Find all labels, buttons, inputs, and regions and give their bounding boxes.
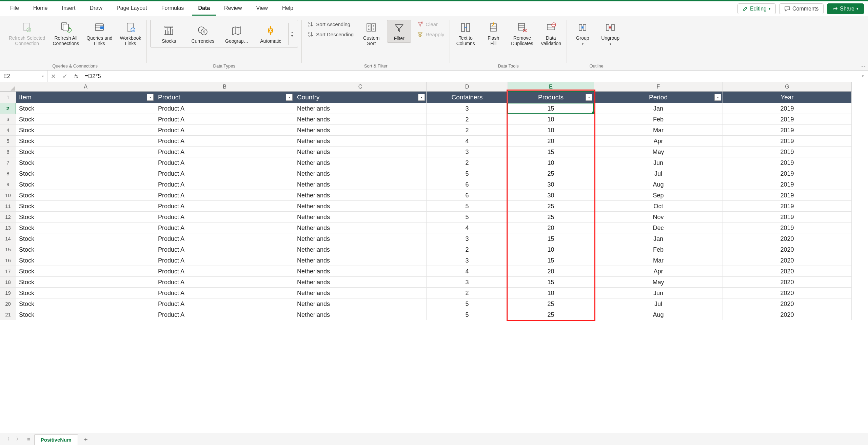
cell-A5[interactable]: Stock — [16, 136, 155, 147]
cell-G20[interactable]: 2020 — [723, 298, 852, 309]
cell-C16[interactable]: Netherlands — [294, 255, 427, 266]
cell-D20[interactable]: 5 — [427, 298, 508, 309]
cell-A2[interactable]: Stock — [16, 103, 155, 114]
cell-A3[interactable]: Stock — [16, 114, 155, 125]
cell-E18[interactable]: 15 — [508, 277, 594, 288]
filter-dropdown-E[interactable]: ▾ — [586, 94, 592, 101]
text-to-columns-button[interactable]: Text to Columns — [453, 20, 478, 47]
comments-button[interactable]: Comments — [779, 3, 824, 14]
cell-F4[interactable]: Mar — [594, 125, 723, 136]
cell-D13[interactable]: 4 — [427, 222, 508, 233]
cell-B20[interactable]: Product A — [155, 298, 294, 309]
cell-B11[interactable]: Product A — [155, 201, 294, 212]
grid-area[interactable]: ABCDEFG1Item▾Product▾Country▾ContainersP… — [0, 82, 868, 433]
cell-C2[interactable]: Netherlands — [294, 103, 427, 114]
column-header-F[interactable]: F — [594, 82, 723, 92]
cell-F2[interactable]: Jan — [594, 103, 723, 114]
tab-page-layout[interactable]: Page Layout — [111, 2, 153, 16]
sheet-next-button[interactable]: 〉 — [14, 435, 23, 443]
cell-D21[interactable]: 5 — [427, 309, 508, 320]
cell-E21[interactable]: 25 — [508, 309, 594, 320]
cell-F21[interactable]: Aug — [594, 309, 723, 320]
column-header-D[interactable]: D — [427, 82, 508, 92]
row-header-13[interactable]: 13 — [0, 222, 16, 233]
cell-D8[interactable]: 5 — [427, 168, 508, 179]
table-header-A[interactable]: Item▾ — [16, 92, 155, 103]
cell-A13[interactable]: Stock — [16, 222, 155, 233]
row-header-2[interactable]: 2 — [0, 103, 16, 114]
column-header-A[interactable]: A — [16, 82, 155, 92]
cell-F11[interactable]: Oct — [594, 201, 723, 212]
cell-B9[interactable]: Product A — [155, 179, 294, 190]
row-header-4[interactable]: 4 — [0, 125, 16, 136]
row-header-20[interactable]: 20 — [0, 298, 16, 309]
cell-A18[interactable]: Stock — [16, 277, 155, 288]
cell-D10[interactable]: 6 — [427, 190, 508, 201]
cell-E17[interactable]: 20 — [508, 266, 594, 277]
cell-B7[interactable]: Product A — [155, 157, 294, 168]
cell-G12[interactable]: 2019 — [723, 212, 852, 222]
cell-A19[interactable]: Stock — [16, 288, 155, 298]
row-header-14[interactable]: 14 — [0, 233, 16, 244]
row-header-16[interactable]: 16 — [0, 255, 16, 266]
table-header-C[interactable]: Country▾ — [294, 92, 427, 103]
row-header-19[interactable]: 19 — [0, 288, 16, 298]
table-header-F[interactable]: Period▾ — [594, 92, 723, 103]
table-header-E[interactable]: Products▾ — [508, 92, 594, 103]
cell-C12[interactable]: Netherlands — [294, 212, 427, 222]
cell-A17[interactable]: Stock — [16, 266, 155, 277]
cell-F10[interactable]: Sep — [594, 190, 723, 201]
cell-G14[interactable]: 2020 — [723, 233, 852, 244]
cell-D15[interactable]: 2 — [427, 244, 508, 255]
expand-formula-bar[interactable]: ▾ — [858, 74, 868, 78]
cell-G18[interactable]: 2020 — [723, 277, 852, 288]
cell-D14[interactable]: 3 — [427, 233, 508, 244]
cell-F20[interactable]: Jul — [594, 298, 723, 309]
cell-B10[interactable]: Product A — [155, 190, 294, 201]
cell-A21[interactable]: Stock — [16, 309, 155, 320]
cell-F9[interactable]: Aug — [594, 179, 723, 190]
cell-D16[interactable]: 3 — [427, 255, 508, 266]
sort-descending-button[interactable]: ZA Sort Descending — [305, 30, 356, 39]
cell-E16[interactable]: 15 — [508, 255, 594, 266]
filter-dropdown-A[interactable]: ▾ — [147, 94, 154, 101]
cell-F13[interactable]: Dec — [594, 222, 723, 233]
row-header-10[interactable]: 10 — [0, 190, 16, 201]
cell-D5[interactable]: 4 — [427, 136, 508, 147]
select-all-corner[interactable] — [0, 82, 16, 92]
cell-F15[interactable]: Feb — [594, 244, 723, 255]
geography-button[interactable]: Geograp… — [220, 23, 253, 45]
cell-B19[interactable]: Product A — [155, 288, 294, 298]
cell-C7[interactable]: Netherlands — [294, 157, 427, 168]
cell-A15[interactable]: Stock — [16, 244, 155, 255]
cell-E7[interactable]: 10 — [508, 157, 594, 168]
cell-D2[interactable]: 3 — [427, 103, 508, 114]
cell-C17[interactable]: Netherlands — [294, 266, 427, 277]
name-box[interactable]: E2 ▾ — [0, 71, 47, 82]
cell-F17[interactable]: Apr — [594, 266, 723, 277]
cell-C13[interactable]: Netherlands — [294, 222, 427, 233]
cell-B2[interactable]: Product A — [155, 103, 294, 114]
cell-D17[interactable]: 4 — [427, 266, 508, 277]
filter-button[interactable]: Filter — [387, 20, 411, 43]
row-header-15[interactable]: 15 — [0, 244, 16, 255]
cell-D3[interactable]: 2 — [427, 114, 508, 125]
cell-D6[interactable]: 3 — [427, 147, 508, 157]
cell-B14[interactable]: Product A — [155, 233, 294, 244]
sheet-prev-button[interactable]: 〈 — [3, 435, 12, 443]
collapse-ribbon-button[interactable]: ︿ — [861, 63, 866, 69]
cell-E6[interactable]: 15 — [508, 147, 594, 157]
row-header-11[interactable]: 11 — [0, 201, 16, 212]
cell-E4[interactable]: 10 — [508, 125, 594, 136]
workbook-links-button[interactable]: Workbook Links — [118, 20, 143, 47]
table-header-G[interactable]: Year — [723, 92, 852, 103]
cell-B5[interactable]: Product A — [155, 136, 294, 147]
cell-G19[interactable]: 2020 — [723, 288, 852, 298]
tab-home[interactable]: Home — [27, 2, 54, 16]
cell-E2[interactable]: 15 — [508, 103, 594, 114]
cell-D11[interactable]: 5 — [427, 201, 508, 212]
cell-B13[interactable]: Product A — [155, 222, 294, 233]
datatypes-expand[interactable]: ▴▾ — [288, 23, 296, 45]
row-header-6[interactable]: 6 — [0, 147, 16, 157]
cell-G3[interactable]: 2019 — [723, 114, 852, 125]
